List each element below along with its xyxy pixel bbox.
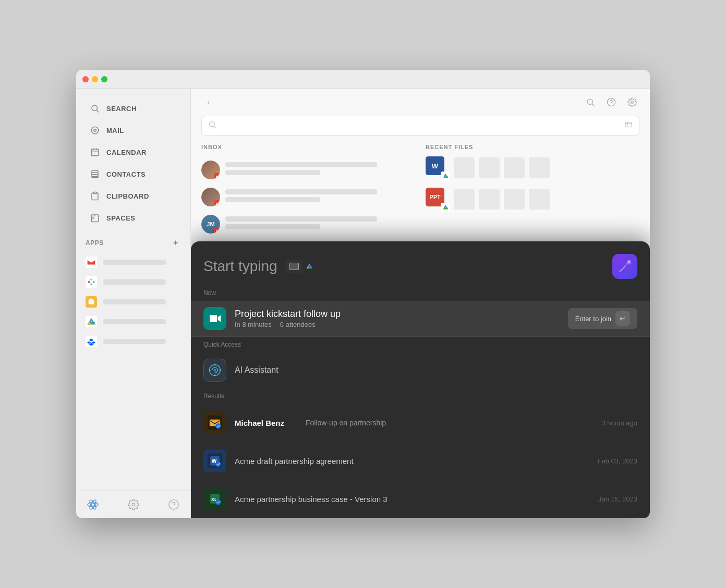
- svg-point-29: [210, 122, 214, 127]
- main-search-input[interactable]: [221, 121, 620, 130]
- clipboard-icon: [90, 191, 100, 201]
- meeting-attendees: 6 attendees: [280, 321, 316, 328]
- file-thumb-2b: [479, 189, 500, 210]
- apps-section: APPS +: [76, 229, 190, 356]
- enter-icon: ↵: [615, 311, 630, 326]
- inbox-item-2[interactable]: M: [201, 183, 415, 211]
- svg-point-0: [92, 105, 98, 111]
- gmail-label-placeholder: [103, 260, 166, 265]
- svg-rect-14: [86, 276, 97, 288]
- sidebar-mail-label: MAIL: [106, 127, 124, 134]
- app-window: SEARCH MAIL: [76, 70, 650, 518]
- sidebar: SEARCH MAIL: [76, 89, 191, 518]
- svg-line-30: [214, 126, 216, 128]
- spotlight-top: Start typing: [191, 241, 650, 285]
- main-area: SEARCH MAIL: [76, 89, 650, 518]
- quick-access-header: Quick Access: [191, 337, 650, 352]
- inbox-line-3a: [225, 216, 377, 222]
- content-header: ‹: [191, 89, 650, 116]
- header-settings-icon[interactable]: [625, 95, 639, 109]
- traffic-lights: [82, 76, 107, 82]
- spaces-icon: [90, 213, 100, 223]
- footer-settings-icon[interactable]: [126, 497, 141, 512]
- result-filename-1: Acme draft partnership agreement: [235, 457, 589, 466]
- result-item-email[interactable]: Michael Benz Follow-up on partnership 3 …: [191, 404, 650, 442]
- sidebar-nav: SEARCH MAIL: [76, 89, 190, 491]
- minimize-button[interactable]: [92, 76, 98, 82]
- titlebar: [76, 70, 650, 89]
- gmail-badge-3: M: [214, 227, 220, 234]
- meeting-meta: In 8 minutes 6 attendees: [235, 321, 560, 328]
- file-thumb-2d: [529, 189, 550, 210]
- svg-point-2: [91, 127, 99, 134]
- enter-to-join-btn[interactable]: Enter to join ↵: [568, 308, 637, 329]
- sidebar-item-contacts[interactable]: CONTACTS: [80, 164, 186, 185]
- sidebar-clipboard-label: CLIPBOARD: [106, 192, 149, 200]
- gmail-icon: [86, 256, 97, 268]
- sidebar-item-mail[interactable]: MAIL: [80, 120, 186, 141]
- dropbox-label-placeholder: [103, 339, 166, 344]
- now-section-header: Now: [191, 285, 650, 301]
- svg-point-40: [215, 423, 221, 428]
- file-row-2[interactable]: PPT: [426, 188, 639, 211]
- sidebar-item-dropbox[interactable]: [76, 332, 190, 351]
- svg-line-25: [592, 104, 594, 106]
- sidebar-item-spaces[interactable]: SPACES: [80, 207, 186, 228]
- header-icons: [583, 95, 639, 109]
- header-help-icon[interactable]: [604, 95, 619, 109]
- sidebar-contacts-label: CONTACTS: [106, 170, 146, 178]
- footer-help-icon[interactable]: [166, 497, 181, 512]
- meeting-item[interactable]: Project kickstart follow up In 8 minutes…: [191, 301, 650, 337]
- sidebar-footer: [76, 491, 190, 518]
- result-time-0: 3 hours ago: [601, 419, 637, 427]
- ai-assistant-item[interactable]: AI Assistant: [191, 352, 650, 388]
- inbox-line-2b: [225, 197, 320, 202]
- header-search-icon[interactable]: [583, 95, 598, 109]
- close-button[interactable]: [82, 76, 89, 82]
- inbox-text-1: [225, 162, 415, 178]
- sidebar-spaces-label: SPACES: [106, 214, 136, 222]
- add-app-button[interactable]: +: [171, 238, 181, 248]
- inbox-item-3[interactable]: JM M: [201, 211, 415, 238]
- result-filename-2: Acme partnership business case - Version…: [235, 495, 590, 504]
- sidebar-item-slack[interactable]: [76, 272, 190, 292]
- avatar-3: JM M: [201, 215, 220, 234]
- search-bar[interactable]: [201, 116, 639, 136]
- sidebar-item-calendar[interactable]: CALENDAR: [80, 142, 186, 163]
- result-subject: Follow-up on partnership: [306, 419, 386, 427]
- inbox-line-2a: [225, 189, 377, 194]
- meeting-title: Project kickstart follow up: [235, 309, 560, 320]
- sidebar-search-label: SEARCH: [106, 105, 137, 113]
- file-thumb-1c: [504, 157, 525, 178]
- file-thumb-1b: [479, 157, 500, 178]
- inbox-line-1a: [225, 162, 377, 167]
- enter-to-join-label: Enter to join: [575, 315, 611, 323]
- back-arrow[interactable]: ‹: [201, 95, 216, 109]
- file-thumb-1d: [529, 157, 550, 178]
- spotlight-title-text: Start typing: [203, 258, 277, 275]
- sidebar-item-drive[interactable]: [76, 312, 190, 332]
- maximize-button[interactable]: [101, 76, 107, 82]
- drive-icon: [86, 316, 97, 327]
- result-item-word[interactable]: W Acme draft partnership agreement Feb 0…: [191, 442, 650, 480]
- avatar-1: M: [201, 161, 220, 179]
- files-icon: [86, 296, 97, 308]
- nav-arrows: ‹: [201, 95, 216, 109]
- ai-assistant-label: AI Assistant: [235, 365, 279, 375]
- svg-point-24: [587, 99, 593, 105]
- sidebar-item-clipboard[interactable]: CLIPBOARD: [80, 186, 186, 206]
- svg-point-28: [631, 101, 634, 104]
- footer-atom-icon[interactable]: [86, 497, 100, 512]
- result-email-icon: [203, 411, 226, 434]
- sidebar-item-files[interactable]: [76, 292, 190, 312]
- spotlight-overlay: Start typing: [191, 241, 650, 518]
- file-row-1[interactable]: W: [426, 156, 639, 179]
- result-item-excel[interactable]: XL Acme partnership business case - Vers…: [191, 480, 650, 518]
- sidebar-item-gmail[interactable]: [76, 252, 190, 272]
- inbox-item-1[interactable]: M: [201, 156, 415, 183]
- sidebar-item-search[interactable]: SEARCH: [80, 98, 186, 119]
- result-time-2: Jan 15, 2023: [598, 495, 637, 503]
- svg-point-21: [132, 503, 135, 506]
- search-icon: [90, 103, 100, 114]
- result-word-content: Acme draft partnership agreement Feb 03,…: [235, 457, 637, 466]
